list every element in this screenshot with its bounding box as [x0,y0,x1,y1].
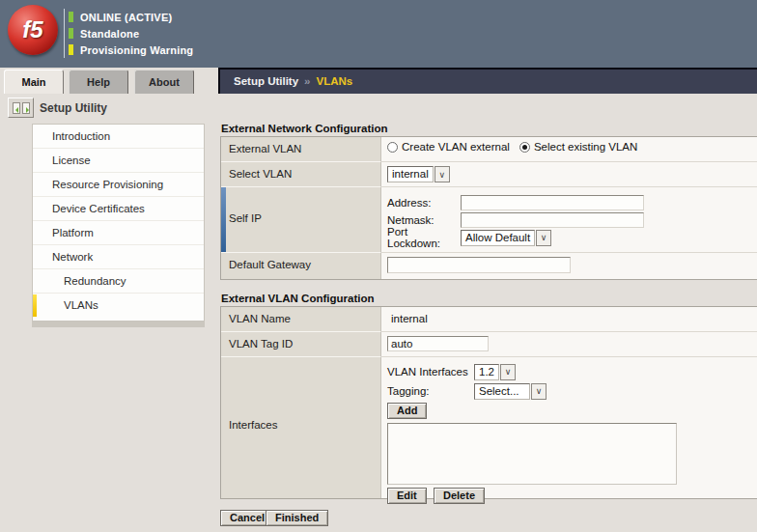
sidebar-title: Setup Utility [40,101,107,115]
external-vlan-label: External VLAN [221,137,381,162]
tab-about[interactable]: About [134,70,194,94]
address-label: Address: [387,197,461,209]
breadcrumb: Setup Utility»VLANs [218,68,757,94]
self-ip-label: Self IP [221,187,381,253]
vlan-config-title: External VLAN Configuration [221,293,374,304]
address-field[interactable] [461,195,644,210]
select-vlan-dropdown[interactable]: internal ∨ [387,166,450,182]
breadcrumb-current: VLANs [317,75,353,87]
f5-setup-utility-window: f5 ONLINE (ACTIVE) Standalone Provisioni… [0,0,757,532]
sidebar-item-vlans[interactable]: VLANs [33,294,204,318]
add-button[interactable]: Add [387,403,427,419]
delete-button[interactable]: Delete [434,488,485,504]
status-green-bar-icon [69,12,73,22]
f5-logo-icon: f5 [8,5,58,55]
row-interfaces: Interfaces VLAN Interfaces 1.2 ∨ Tagging… [221,357,757,498]
sidebar-menu: Introduction License Resource Provisioni… [32,124,205,322]
expand-panel-icon [22,102,30,114]
sidebar-item-license[interactable]: License [33,149,204,173]
default-gateway-label: Default Gateway [221,253,381,279]
port-lockdown-value: Allow Default [461,230,535,246]
vlan-config-table: VLAN Name internal VLAN Tag ID Interface… [220,306,757,499]
self-ip-label-text: Self IP [229,212,262,224]
radio-create-vlan-external-label: Create VLAN external [402,141,510,153]
netmask-label: Netmask: [387,214,461,226]
radio-select-existing-vlan-label: Select existing VLAN [534,141,637,153]
vlan-tag-id-label: VLAN Tag ID [221,332,381,357]
row-select-vlan: Select VLAN internal ∨ [221,162,757,187]
row-vlan-name: VLAN Name internal [221,307,757,332]
current-item-indicator [33,294,37,317]
status-provisioning: Provisioning Warning [69,42,193,58]
tagging-value: Select... [474,383,530,400]
status-green-bar-icon [69,28,73,39]
sidebar-item-network[interactable]: Network [33,245,204,269]
tagging-dropdown[interactable]: Select... ∨ [474,383,547,400]
select-vlan-value: internal [387,166,434,182]
status-standalone: Standalone [69,25,193,42]
edit-button[interactable]: Edit [387,488,427,504]
network-config-title: External Network Configuration [221,123,388,134]
top-header: f5 ONLINE (ACTIVE) Standalone Provisioni… [0,0,757,68]
breadcrumb-separator: » [298,75,316,87]
chevron-down-icon[interactable]: ∨ [531,383,547,400]
sidebar-item-platform[interactable]: Platform [33,221,204,245]
sidebar-item-device-certificates[interactable]: Device Certificates [33,197,204,221]
default-gateway-field[interactable] [387,257,571,273]
vlan-interfaces-label: VLAN Interfaces [387,366,474,378]
vlan-name-label: VLAN Name [221,307,381,332]
vlan-interfaces-value: 1.2 [474,364,499,380]
self-ip-highlight-bar [221,187,226,252]
status-online-label: ONLINE (ACTIVE) [80,12,172,23]
netmask-field[interactable] [461,212,644,228]
tagging-label: Tagging: [387,385,474,397]
sidebar-item-redundancy[interactable]: Redundancy [33,269,204,294]
vlan-tag-id-field[interactable] [387,336,489,351]
interfaces-label: Interfaces [221,357,381,498]
status-online: ONLINE (ACTIVE) [69,9,193,25]
sidebar-item-introduction[interactable]: Introduction [33,125,204,149]
panel-toggle-button[interactable] [8,98,34,118]
radio-create-vlan-external[interactable] [387,142,398,153]
collapse-panel-icon [13,102,20,114]
row-external-vlan: External VLAN Create VLAN externalSelect… [221,137,757,162]
chevron-down-icon[interactable]: ∨ [435,166,450,182]
row-self-ip: Self IP Address: Netmask: Port Lockdown:… [221,187,757,253]
port-lockdown-dropdown[interactable]: Allow Default ∨ [461,230,551,246]
breadcrumb-section: Setup Utility [234,75,298,87]
chevron-down-icon[interactable]: ∨ [500,364,516,380]
sidebar-item-vlans-label: VLANs [64,299,98,311]
status-standalone-label: Standalone [80,28,139,40]
interfaces-listbox[interactable] [387,423,677,485]
row-default-gateway: Default Gateway [221,253,757,279]
select-vlan-label: Select VLAN [221,162,381,187]
vlan-name-value: internal [391,313,428,324]
status-yellow-bar-icon [69,44,73,55]
row-vlan-tag-id: VLAN Tag ID [221,332,757,357]
status-provisioning-label: Provisioning Warning [80,44,193,56]
sidebar-item-resource-provisioning[interactable]: Resource Provisioning [33,173,204,197]
vlan-interfaces-dropdown[interactable]: 1.2 ∨ [474,364,516,380]
network-config-table: External VLAN Create VLAN externalSelect… [220,136,757,280]
tab-main[interactable]: Main [4,70,64,94]
radio-select-existing-vlan[interactable] [519,142,530,153]
chevron-down-icon[interactable]: ∨ [536,230,551,246]
device-status-list: ONLINE (ACTIVE) Standalone Provisioning … [64,9,193,58]
sidebar-footer-strip [32,322,205,327]
port-lockdown-label: Port Lockdown: [387,226,461,249]
finished-button[interactable]: Finished [266,510,328,526]
tab-help[interactable]: Help [69,70,128,94]
